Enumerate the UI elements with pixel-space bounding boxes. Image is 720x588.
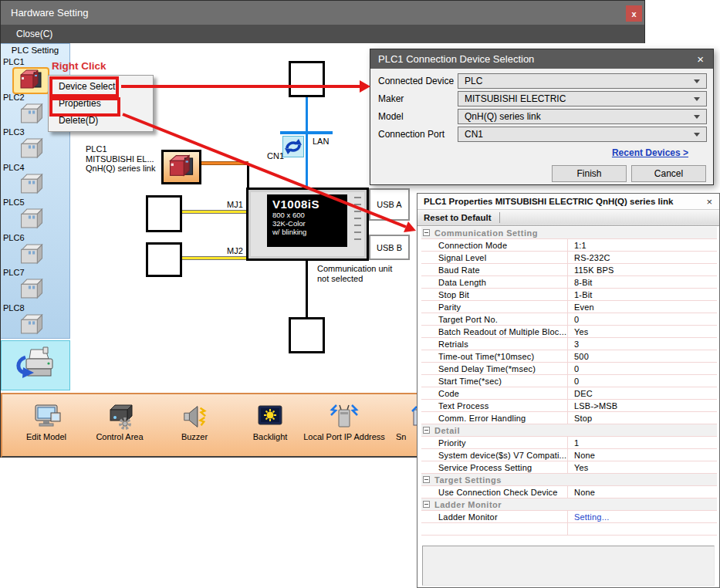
- property-row-system-device-s-v7-compati[interactable]: System device($s) V7 Compati...None: [421, 449, 717, 461]
- hmi-device[interactable]: V1008iS 800 x 600 32K-Color w/ blinking: [246, 188, 369, 261]
- chevron-down-icon: [694, 115, 700, 119]
- combo-model[interactable]: QnH(Q) series link: [458, 109, 707, 124]
- toolbar-item-control-area[interactable]: Control Area: [77, 399, 162, 453]
- dialog1-field-row: MakerMITSUBISHI ELECTRIC: [378, 91, 707, 106]
- collapse-icon[interactable]: [423, 476, 430, 483]
- toolbar-item-edit-model[interactable]: Edit Model: [4, 399, 89, 453]
- menu-bar: Close(C): [1, 25, 644, 43]
- property-group-detail[interactable]: Detail: [421, 424, 717, 437]
- property-row-use-connection-check-device[interactable]: Use Connection Check DeviceNone: [421, 486, 717, 498]
- property-row-stop-bit[interactable]: Stop Bit1-Bit: [421, 289, 717, 301]
- sidebar-item-label: PLC5: [3, 198, 69, 208]
- finish-button[interactable]: Finish: [552, 165, 627, 182]
- property-row-code[interactable]: CodeDEC: [421, 387, 717, 400]
- combo-value: CN1: [465, 129, 483, 140]
- property-row-priority[interactable]: Priority1: [421, 437, 717, 449]
- dialog2-close-icon[interactable]: ×: [706, 196, 712, 208]
- property-row-connection-mode[interactable]: Connection Mode1:1: [421, 239, 717, 252]
- toolbar-separator: [499, 212, 500, 223]
- sidebar-item-label: PLC6: [3, 233, 69, 243]
- mj1-device-slot[interactable]: [146, 195, 182, 232]
- minus-glyph: [424, 232, 428, 233]
- right-click-annotation: Right Click: [52, 60, 106, 72]
- reset-to-default-button[interactable]: Reset to Default: [424, 213, 492, 222]
- property-group-communication-setting[interactable]: Communication Setting: [421, 227, 717, 239]
- sidebar-item-plc8[interactable]: PLC8: [1, 303, 69, 339]
- comm-note-line1: Communication unit: [317, 264, 392, 274]
- usb-a-port[interactable]: USB A: [369, 188, 410, 221]
- toolbar-item-label: Edit Model: [4, 432, 89, 441]
- property-row-retrials[interactable]: Retrials3: [421, 338, 717, 350]
- properties-toolbar: Reset to Default: [417, 209, 719, 226]
- group-name: Ladder Monitor: [434, 500, 502, 509]
- sidebar-item-label: PLC8: [3, 303, 69, 313]
- buzzer-icon: [152, 399, 237, 430]
- dialog1-field-row: Connection PortCN1: [378, 127, 707, 142]
- property-row-parity[interactable]: ParityEven: [421, 301, 717, 313]
- cancel-button[interactable]: Cancel: [631, 165, 706, 182]
- property-row-batch-readout-of-multiple-bloc[interactable]: Batch Readout of Multiple Bloc...Yes: [421, 326, 717, 338]
- printer-tab[interactable]: [1, 340, 70, 390]
- property-name: Priority: [421, 437, 568, 448]
- collapse-icon[interactable]: [423, 501, 430, 508]
- toolbar-item-buzzer[interactable]: Buzzer: [152, 399, 237, 453]
- sidebar-item-plc4[interactable]: PLC4: [1, 163, 69, 198]
- property-row-service-process-setting[interactable]: Service Process SettingYes: [421, 461, 717, 474]
- property-group-target-settings[interactable]: Target Settings: [421, 474, 717, 486]
- dialog2-title: PLC1 Properties MITSUBISHI ELECTRIC QnH(…: [424, 197, 673, 206]
- property-row-time-out-time-10msec[interactable]: Time-out Time(*10msec)500: [421, 350, 717, 363]
- property-row-start-time-sec[interactable]: Start Time(*sec)0: [421, 375, 717, 387]
- bottom-unit-slot[interactable]: [289, 317, 325, 353]
- plc1-connection-info: PLC1 MITSUBISHI EL... QnH(Q) series link: [86, 144, 155, 174]
- window-close-button[interactable]: x: [626, 5, 642, 22]
- property-row-signal-level[interactable]: Signal LevelRS-232C: [421, 252, 717, 264]
- sidebar-item-plc6[interactable]: PLC6: [1, 233, 69, 269]
- collapse-icon[interactable]: [423, 427, 430, 434]
- mj2-cable: [182, 256, 246, 260]
- property-name: Start Time(*sec): [421, 375, 568, 387]
- property-row-comm-error-handling[interactable]: Comm. Error HandlingStop: [421, 412, 717, 424]
- setting-link[interactable]: Setting...: [568, 512, 717, 522]
- property-name: Comm. Error Handling: [421, 412, 568, 424]
- lan-icon[interactable]: [282, 136, 304, 161]
- sidebar-item-plc5[interactable]: PLC5: [1, 198, 69, 233]
- property-row-text-process[interactable]: Text ProcessLSB->MSB: [421, 400, 717, 412]
- property-row-target-port-no[interactable]: Target Port No.0: [421, 313, 717, 326]
- menu-item-close[interactable]: Close(C): [16, 29, 52, 39]
- hmi-model-text: V1008iS: [272, 198, 347, 211]
- property-value: 500: [568, 352, 717, 361]
- dialog1-field-row: Connected DevicePLC: [378, 73, 707, 89]
- mj2-device-slot[interactable]: [146, 242, 182, 277]
- plc1-device-node[interactable]: [161, 150, 201, 184]
- property-value: Stop: [568, 414, 717, 423]
- usb-b-port[interactable]: USB B: [369, 235, 410, 260]
- collapse-icon[interactable]: [423, 229, 430, 236]
- toolbar-item-local-port-ip-address[interactable]: Local Port IP Address: [296, 399, 392, 453]
- dialog1-title-bar: PLC1 Connection Device Selection ×: [370, 49, 713, 69]
- sidebar-item-plc3[interactable]: PLC3: [1, 127, 69, 163]
- dialog1-close-icon[interactable]: ×: [697, 52, 704, 66]
- property-group-ladder-monitor[interactable]: Ladder Monitor: [421, 498, 717, 511]
- property-row-data-length[interactable]: Data Length8-Bit: [421, 276, 717, 289]
- combo-connected-device[interactable]: PLC: [458, 73, 707, 89]
- minus-glyph: [424, 504, 428, 505]
- property-name: Baud Rate: [421, 264, 568, 275]
- property-value: 8-Bit: [568, 278, 717, 287]
- group-name: Target Settings: [434, 475, 502, 485]
- recent-devices-link[interactable]: Recent Devices >: [378, 147, 707, 158]
- sidebar-item-plc7[interactable]: PLC7: [1, 268, 69, 303]
- combo-maker[interactable]: MITSUBISHI ELECTRIC: [458, 91, 707, 106]
- property-row-ladder-monitor[interactable]: Ladder MonitorSetting...: [421, 511, 717, 523]
- lan-line-horizontal: [280, 131, 333, 134]
- top-unit-slot[interactable]: [289, 61, 325, 97]
- cn1-drop-line: [247, 164, 249, 188]
- property-row-baud-rate[interactable]: Baud Rate115K BPS: [421, 264, 717, 276]
- comm-note-line2: not selected: [317, 274, 392, 284]
- property-value: 3: [568, 340, 717, 349]
- property-name: Parity: [421, 301, 568, 313]
- combo-connection-port[interactable]: CN1: [458, 127, 707, 142]
- property-row-send-delay-time-msec[interactable]: Send Delay Time(*msec)0: [421, 363, 717, 375]
- plc-device-icon: [167, 153, 196, 181]
- dialog1-field-row: ModelQnH(Q) series link: [378, 109, 707, 124]
- property-value: 0: [568, 377, 717, 386]
